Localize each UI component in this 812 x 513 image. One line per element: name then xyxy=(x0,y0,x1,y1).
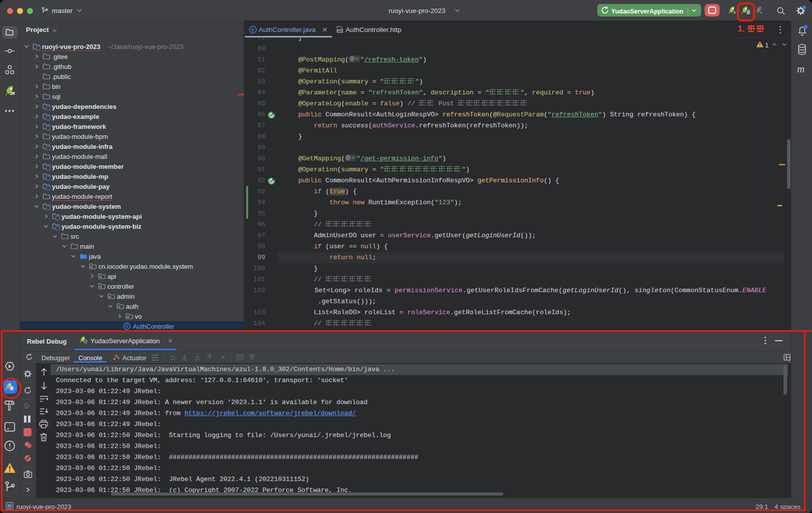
svg-text:JR: JR xyxy=(9,91,15,96)
svg-text:I: I xyxy=(225,356,226,361)
svg-text:C: C xyxy=(251,27,255,32)
svg-text:API: API xyxy=(337,30,342,33)
svg-text:C: C xyxy=(125,324,128,329)
